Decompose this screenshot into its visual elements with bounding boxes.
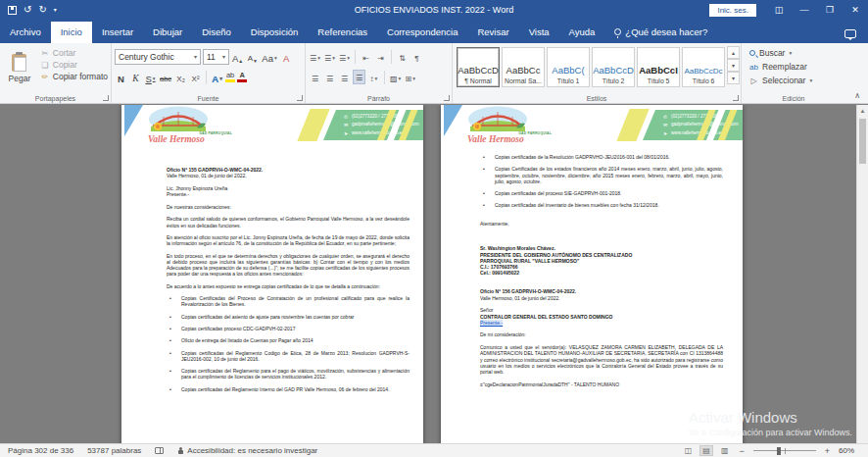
doc-line[interactable]: En todo proceso, en el que se determina … — [167, 253, 410, 278]
subscript-button[interactable]: X₂ — [174, 70, 187, 84]
tab-revisar[interactable]: Revisar — [467, 22, 518, 43]
doc-line[interactable]: Copias Certificadas de los estados finan… — [480, 166, 723, 184]
scrollbar-thumb[interactable] — [859, 119, 866, 164]
collapse-ribbon-icon[interactable]: ∧ — [846, 91, 868, 103]
tab-vista[interactable]: Vista — [519, 22, 559, 43]
format-painter-button[interactable]: ✏ Copiar formato — [40, 72, 108, 81]
justify-button[interactable]: ☰ — [353, 70, 365, 84]
borders-button[interactable]: ⊞ — [404, 70, 416, 84]
paste-button[interactable]: Pegar — [3, 46, 36, 90]
undo-icon[interactable]: ↺ — [24, 5, 31, 15]
tab-ayuda[interactable]: Ayuda — [559, 22, 605, 43]
tab-dibujar[interactable]: Dibujar — [143, 22, 192, 43]
vertical-scrollbar[interactable]: ▲ — [856, 105, 868, 443]
tab-inicio[interactable]: Inicio — [51, 22, 92, 43]
feedback-bubble-icon[interactable] — [844, 29, 856, 38]
paragraph-dialog-launcher[interactable] — [444, 95, 450, 101]
shading-button[interactable]: ▨ — [389, 70, 402, 84]
copy-button[interactable]: ❏ Copiar — [40, 60, 108, 70]
restore-button[interactable]: ❐ — [817, 0, 843, 20]
font-size-combobox[interactable]: 11 — [203, 49, 229, 65]
tab-disposicion[interactable]: Disposición — [241, 22, 309, 43]
multilevel-list-button[interactable]: ☰ — [338, 49, 351, 64]
save-icon[interactable] — [8, 6, 17, 15]
line-spacing-button[interactable]: ↕ — [367, 70, 380, 84]
cut-button[interactable]: ✂ Cortar — [40, 48, 108, 58]
select-button[interactable]: ▷ Seleccionar — [749, 74, 843, 87]
numbering-button[interactable]: ☰ — [323, 49, 336, 64]
doc-line[interactable]: En atención al oficio suscrito por el Li… — [167, 234, 410, 247]
style-card[interactable]: AaBbCcI Título 5 — [637, 47, 680, 87]
styles-scroll-down-icon[interactable]: ▾ — [727, 59, 740, 72]
show-marks-button[interactable]: ¶ — [410, 49, 423, 64]
superscript-button[interactable]: X² — [189, 70, 202, 84]
clipboard-dialog-launcher[interactable] — [103, 95, 109, 101]
align-right-button[interactable]: ☰ — [338, 70, 351, 84]
zoom-slider-thumb[interactable] — [777, 447, 781, 455]
doc-line[interactable]: Reciba un cordial saludo de quienes conf… — [167, 216, 410, 228]
doc-line[interactable]: Copias certificadas del asiento de ajust… — [167, 314, 410, 320]
find-button[interactable]: Buscar — [749, 46, 843, 60]
zoom-out-button[interactable]: − — [737, 446, 746, 456]
word-count[interactable]: 53787 palabras — [87, 446, 141, 455]
doc-line[interactable]: Copias certificadas del inventario de bi… — [480, 202, 723, 208]
read-mode-button[interactable]: ◫ — [683, 446, 695, 455]
doc-line[interactable]: Copias certificadas proceso CDC-GADPVH-0… — [167, 326, 410, 331]
page-left[interactable]: GAD PARROQUIAL Valle Hermoso ✆(02)277322… — [121, 105, 423, 443]
highlight-color-button[interactable]: ab — [225, 72, 235, 83]
doc-line[interactable]: Copias certificadas del proceso SIE-GADP… — [480, 190, 723, 196]
page-right[interactable]: GAD PARROQUIAL Valle Hermoso ✆(02)277322… — [441, 105, 743, 443]
change-case-button[interactable]: Aa — [261, 49, 277, 64]
grow-font-button[interactable]: A▲ — [231, 49, 244, 64]
web-layout-button[interactable]: ▥ — [719, 446, 731, 455]
doc-line[interactable]: Comunico a usted que el servidor(a): VEL… — [480, 344, 723, 375]
sort-button[interactable]: ⇅ — [396, 49, 409, 64]
tell-me-box[interactable]: ¿Qué desea hacer? — [604, 22, 717, 43]
style-card[interactable]: AaBbC( Título 1 — [547, 47, 590, 87]
close-button[interactable]: ✕ — [843, 0, 868, 20]
font-name-combobox[interactable]: Century Gothic — [115, 49, 201, 65]
doc-line[interactable]: ≡"cgeDeclaracionPatrimonialJuradaDTH" - … — [480, 381, 723, 387]
page-count[interactable]: Página 302 de 336 — [8, 446, 73, 455]
style-card[interactable]: AaBbCcD ¶ Normal — [457, 47, 500, 87]
tab-diseno[interactable]: Diseño — [192, 22, 241, 43]
text-effects-button[interactable]: A — [211, 70, 223, 84]
redo-icon[interactable]: ↻ — [38, 5, 46, 15]
style-card[interactable]: AaBbCc Normal Sa... — [502, 47, 545, 87]
tab-insertar[interactable]: Insertar — [92, 22, 143, 43]
qat-customize-icon[interactable]: ▾ — [54, 5, 57, 15]
doc-line[interactable]: Copias Certificadas del Proceso de Contr… — [167, 295, 410, 308]
accessibility-status[interactable]: Accesibilidad: es necesario investigar — [177, 446, 317, 455]
align-left-button[interactable]: ☰ — [309, 70, 321, 84]
increase-indent-button[interactable]: ⇥ — [374, 49, 387, 64]
zoom-in-button[interactable]: + — [823, 446, 832, 456]
proofing-icon[interactable] — [155, 447, 164, 454]
doc-line[interactable]: Copias certificadas del Reglamento para … — [167, 368, 410, 381]
styles-scroll-up-icon[interactable]: ▴ — [727, 46, 740, 59]
underline-button[interactable]: S — [144, 70, 157, 84]
styles-more-icon[interactable]: ▾ — [727, 72, 740, 84]
clear-formatting-button[interactable]: A — [280, 49, 293, 64]
minimize-button[interactable]: — — [792, 0, 817, 20]
ribbon-display-options-icon[interactable]: ◫ — [766, 0, 792, 20]
scroll-up-icon[interactable]: ▲ — [857, 105, 868, 117]
doc-line[interactable]: De acuerdo a lo antes expuesto se entreg… — [167, 283, 410, 289]
zoom-slider[interactable] — [753, 450, 816, 451]
doc-line[interactable]: Oficio de entrega del listado de Cuentas… — [167, 337, 410, 343]
decrease-indent-button[interactable]: ⇤ — [360, 49, 372, 64]
print-layout-button[interactable]: ▤ — [700, 446, 712, 455]
tab-archivo[interactable]: Archivo — [0, 22, 51, 43]
shrink-font-button[interactable]: A▼ — [246, 49, 259, 64]
italic-button[interactable]: K — [129, 70, 142, 84]
doc-line[interactable]: Copias certificadas del Reglamento Inter… — [167, 386, 410, 392]
style-card[interactable]: AaBbCcDc Título 6 — [682, 47, 725, 87]
strikethrough-button[interactable]: abc — [159, 70, 172, 84]
font-color-button[interactable]: A — [237, 72, 247, 83]
styles-dialog-launcher[interactable] — [733, 95, 739, 101]
replace-button[interactable]: ab Reemplazar — [749, 60, 843, 74]
bold-button[interactable]: N — [115, 70, 127, 84]
zoom-percentage[interactable]: 60% — [839, 446, 860, 455]
doc-line[interactable]: Presente.- — [480, 320, 503, 326]
bullets-button[interactable]: ☰ — [309, 49, 321, 64]
style-card[interactable]: AaBbCcD Título 2 — [592, 47, 635, 87]
